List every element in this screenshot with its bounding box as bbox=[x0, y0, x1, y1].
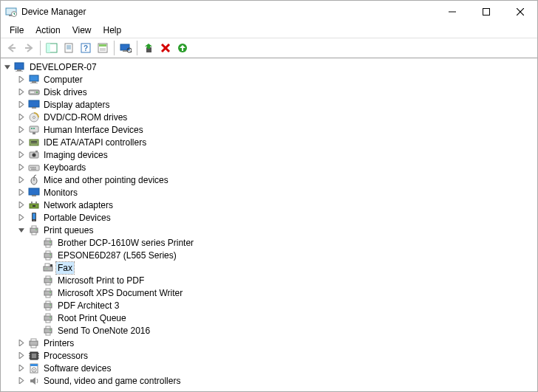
tree-category-row[interactable]: Display adapters bbox=[16, 98, 537, 111]
printers-cat-icon bbox=[28, 337, 40, 349]
tree-category-row[interactable]: Print queues bbox=[16, 224, 537, 236]
tree-category-label[interactable]: IDE ATA/ATAPI controllers bbox=[42, 137, 148, 148]
tree-category-row[interactable]: Portable Devices bbox=[16, 211, 537, 224]
tree-category-label[interactable]: DVD/CD-ROM drives bbox=[42, 111, 129, 123]
tree-device-row[interactable]: EPSONE6D287 (L565 Series) bbox=[30, 249, 537, 261]
tree-category-label[interactable]: Software devices bbox=[42, 362, 112, 374]
tree-category-label[interactable]: Printers bbox=[42, 337, 75, 349]
chevron-right-icon[interactable] bbox=[16, 199, 27, 210]
tree-category-label[interactable]: Mice and other pointing devices bbox=[42, 174, 170, 186]
minimize-button[interactable] bbox=[435, 1, 469, 23]
chevron-right-icon[interactable] bbox=[16, 99, 27, 110]
update-driver-button[interactable] bbox=[140, 40, 157, 56]
tree-device-row[interactable]: Fax bbox=[30, 261, 537, 274]
nav-back-button[interactable] bbox=[4, 40, 20, 56]
menu-file[interactable]: File bbox=[4, 24, 30, 37]
tree-category-row[interactable]: Monitors bbox=[16, 186, 537, 199]
tree-category-row[interactable]: Processors bbox=[16, 349, 537, 362]
menu-help[interactable]: Help bbox=[98, 24, 128, 37]
tree-category-label[interactable]: Keyboards bbox=[42, 162, 87, 173]
tree-category-label[interactable]: Computer bbox=[42, 74, 84, 86]
tree-category-row[interactable]: Computer bbox=[16, 73, 537, 86]
tree-device-label[interactable]: Microsoft Print to PDF bbox=[56, 275, 146, 286]
tree-category-row[interactable]: Keyboards bbox=[16, 161, 537, 173]
chevron-right-icon[interactable] bbox=[16, 162, 27, 173]
tree-category-row[interactable]: Mice and other pointing devices bbox=[16, 173, 537, 186]
tree-category-row[interactable]: Disk drives bbox=[16, 86, 537, 98]
tree-root-row[interactable]: DEVELOPER-07 bbox=[2, 61, 537, 73]
chevron-right-icon[interactable] bbox=[16, 149, 27, 160]
tree-device-row[interactable]: Microsoft Print to PDF bbox=[30, 274, 537, 286]
tree-category-label[interactable]: Monitors bbox=[42, 187, 79, 199]
ide-icon bbox=[28, 137, 40, 148]
uninstall-device-button[interactable] bbox=[157, 40, 174, 56]
tree-root-label[interactable]: DEVELOPER-07 bbox=[28, 61, 98, 73]
tree-device-label[interactable]: Fax bbox=[56, 262, 74, 274]
keyboard-icon bbox=[28, 162, 40, 173]
tree-category-row[interactable]: Software devices bbox=[16, 362, 537, 374]
chevron-right-icon[interactable] bbox=[16, 124, 27, 135]
tree-category-label[interactable]: Network adapters bbox=[42, 199, 115, 211]
show-hide-console-button[interactable] bbox=[44, 40, 60, 56]
tree-category-label[interactable]: Sound, video and game controllers bbox=[42, 375, 182, 387]
window-buttons bbox=[435, 1, 537, 23]
tree-device-row[interactable]: PDF Architect 3 bbox=[30, 299, 537, 312]
tree-category-label[interactable]: Human Interface Devices bbox=[42, 124, 145, 136]
chevron-right-icon[interactable] bbox=[16, 137, 27, 148]
chevron-right-icon[interactable] bbox=[16, 187, 27, 198]
dvd-icon bbox=[28, 111, 40, 123]
app-icon bbox=[5, 6, 17, 18]
tree-category-label[interactable]: Portable Devices bbox=[42, 212, 112, 224]
chevron-right-icon[interactable] bbox=[16, 111, 27, 123]
tree-device-label[interactable]: Brother DCP-1610W series Printer bbox=[56, 237, 195, 249]
mouse-icon bbox=[28, 174, 40, 186]
chevron-right-icon[interactable] bbox=[16, 375, 27, 386]
tree-device-row[interactable]: Microsoft XPS Document Writer bbox=[30, 286, 537, 299]
fax-icon bbox=[42, 262, 54, 274]
tree-device-row[interactable]: Root Print Queue bbox=[30, 312, 537, 324]
tree-category-label[interactable]: Processors bbox=[42, 350, 89, 362]
tree-category-row[interactable]: Human Interface Devices bbox=[16, 123, 537, 136]
chevron-right-icon[interactable] bbox=[16, 337, 27, 348]
tree-category-row[interactable]: DVD/CD-ROM drives bbox=[16, 111, 537, 123]
chevron-right-icon[interactable] bbox=[16, 74, 27, 85]
nav-forward-button[interactable] bbox=[21, 40, 37, 56]
menu-action[interactable]: Action bbox=[30, 24, 66, 37]
chevron-right-icon[interactable] bbox=[16, 174, 27, 185]
chevron-right-icon[interactable] bbox=[16, 212, 27, 223]
printer-icon bbox=[42, 275, 54, 286]
tree-category-label[interactable]: Display adapters bbox=[42, 99, 111, 111]
maximize-button[interactable] bbox=[469, 1, 503, 23]
help-button[interactable]: ? bbox=[78, 40, 94, 56]
chevron-down-icon[interactable] bbox=[2, 61, 13, 72]
tree-device-label[interactable]: Microsoft XPS Document Writer bbox=[56, 287, 184, 299]
chevron-right-icon[interactable] bbox=[16, 86, 27, 97]
tree-device-label[interactable]: PDF Architect 3 bbox=[56, 300, 120, 312]
tree-device-label[interactable]: EPSONE6D287 (L565 Series) bbox=[56, 250, 178, 261]
enable-device-button[interactable] bbox=[174, 40, 191, 56]
chevron-right-icon[interactable] bbox=[16, 362, 27, 374]
hid-icon bbox=[28, 124, 40, 136]
tree-category-label[interactable]: Disk drives bbox=[42, 86, 89, 98]
tree-category-row[interactable]: Printers bbox=[16, 337, 537, 349]
tree-device-row[interactable]: Send To OneNote 2016 bbox=[30, 324, 537, 337]
device-tree-panel[interactable]: DEVELOPER-07ComputerDisk drivesDisplay a… bbox=[1, 58, 537, 391]
tree-category-label[interactable]: Print queues bbox=[42, 224, 95, 236]
tree-device-label[interactable]: Send To OneNote 2016 bbox=[56, 325, 151, 337]
tree-device-label[interactable]: Root Print Queue bbox=[56, 312, 128, 324]
tree-device-row[interactable]: Brother DCP-1610W series Printer bbox=[30, 236, 537, 249]
properties-button[interactable] bbox=[61, 40, 77, 56]
svg-rect-10 bbox=[47, 44, 50, 52]
close-button[interactable] bbox=[503, 1, 537, 23]
pc-icon bbox=[14, 61, 26, 73]
scan-hardware-button[interactable] bbox=[118, 40, 134, 56]
tree-category-row[interactable]: Imaging devices bbox=[16, 148, 537, 161]
tree-category-row[interactable]: IDE ATA/ATAPI controllers bbox=[16, 136, 537, 148]
tree-category-row[interactable]: Network adapters bbox=[16, 199, 537, 211]
tree-category-label[interactable]: Imaging devices bbox=[42, 149, 109, 161]
chevron-right-icon[interactable] bbox=[16, 350, 27, 361]
menu-view[interactable]: View bbox=[67, 24, 98, 37]
tree-category-row[interactable]: Sound, video and game controllers bbox=[16, 374, 537, 387]
chevron-down-icon[interactable] bbox=[16, 224, 27, 235]
action-button[interactable] bbox=[95, 40, 111, 56]
